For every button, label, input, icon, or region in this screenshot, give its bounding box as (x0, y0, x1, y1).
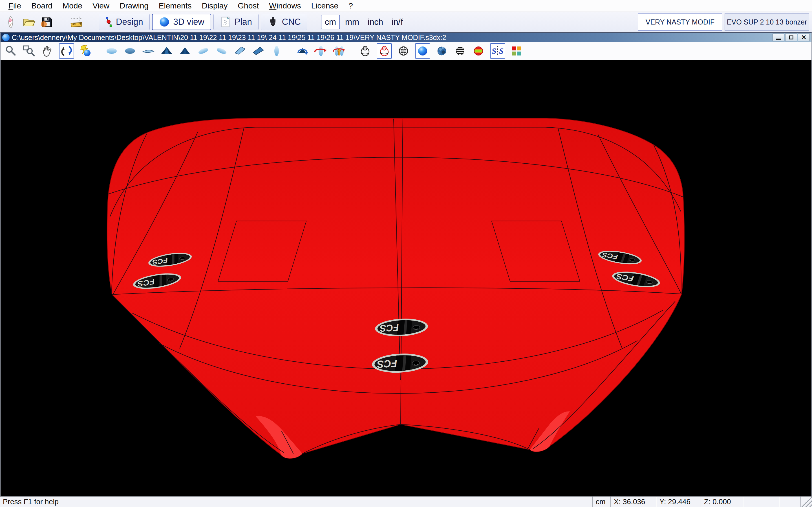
3d-view-mode-button[interactable]: 3D view (152, 14, 211, 30)
resize-grip[interactable] (801, 497, 812, 507)
status-unit: cm (593, 497, 611, 507)
menu-file[interactable]: File (4, 0, 26, 11)
outline-side-icon[interactable] (142, 44, 155, 58)
cnc-bit-icon (267, 16, 278, 27)
menu-board[interactable]: Board (27, 0, 57, 11)
menu-elements[interactable]: Elements (154, 0, 196, 11)
main-toolbar: Design 3D view Plan CNC cm mm inch in/f … (0, 12, 812, 32)
rotate-object-icon[interactable] (296, 44, 309, 58)
rotate-3d-icon[interactable] (59, 43, 74, 59)
board-tab-very-nasty-modif[interactable]: VERY NASTY MODIF (638, 13, 722, 31)
status-z-coordinate: Z: 0.000 (701, 497, 743, 507)
canvas-3d-view[interactable]: FCS (1, 60, 811, 496)
board-tab-evo-sup[interactable]: EVO SUP 2 10 13 bonzer (725, 13, 809, 31)
window-controls: ✕ (772, 34, 810, 41)
status-empty-cell (779, 497, 801, 507)
status-x-coordinate: X: 36.036 (611, 497, 656, 507)
view-nose-2-icon[interactable] (178, 44, 192, 58)
view-perspective-dark-icon[interactable] (252, 44, 265, 58)
3d-view-label: 3D view (173, 17, 204, 27)
menu-drawing[interactable]: Drawing (115, 0, 153, 11)
maximize-button[interactable] (785, 34, 797, 41)
new-board-icon[interactable] (3, 14, 18, 30)
status-empty-cell (743, 497, 779, 507)
sphere-icon (159, 16, 170, 27)
minimize-button[interactable] (772, 34, 784, 41)
close-button[interactable]: ✕ (798, 34, 810, 41)
design-mode-button[interactable]: Design (99, 14, 150, 30)
menu-ghost[interactable]: Ghost (233, 0, 263, 11)
symmetry-icon[interactable]: S S (490, 43, 505, 59)
render-curvature-icon[interactable] (472, 44, 485, 58)
design-label: Design (116, 17, 143, 27)
outline-bottom-icon[interactable] (123, 44, 137, 58)
status-y-coordinate: Y: 29.446 (656, 497, 701, 507)
view-nose-1-icon[interactable] (160, 44, 173, 58)
document-sphere-icon (2, 34, 10, 41)
view-tilt-left-icon[interactable] (197, 44, 210, 58)
status-help-text: Press F1 for help (0, 497, 593, 507)
menu-bar: File Board Mode View Drawing Elements Di… (0, 0, 812, 12)
plan-mode-button[interactable]: Plan (213, 14, 259, 30)
document-window: C:\users\dennery\My Documents\Desktop\VA… (0, 32, 812, 496)
spin-vertical-icon[interactable] (333, 44, 346, 58)
pan-hand-icon[interactable] (41, 44, 54, 58)
render-wireframe-icon[interactable] (358, 44, 372, 58)
view-tilt-right-icon[interactable] (215, 44, 229, 58)
render-texture-icon[interactable] (435, 44, 449, 58)
svg-text:S: S (499, 46, 504, 55)
unit-inf[interactable]: in/f (388, 15, 406, 29)
outline-top-icon[interactable] (105, 44, 118, 58)
view-front-icon[interactable] (270, 44, 283, 58)
save-file-icon[interactable] (39, 14, 55, 30)
board-3d-render: FCS (1, 60, 811, 496)
design-nodes-icon (105, 16, 112, 28)
menu-display[interactable]: Display (197, 0, 232, 11)
zoom-window-icon[interactable] (22, 44, 36, 58)
status-bar: Press F1 for help cm X: 36.036 Y: 29.446… (0, 496, 812, 507)
plan-label: Plan (235, 17, 252, 27)
view-perspective-light-icon[interactable] (233, 44, 247, 58)
render-wireframe-red-icon[interactable] (377, 43, 392, 59)
menu-license[interactable]: License (307, 0, 343, 11)
color-palette-icon[interactable] (510, 44, 523, 58)
dimensions-icon[interactable] (69, 14, 85, 30)
lighting-icon[interactable] (79, 44, 93, 58)
render-solid-icon[interactable] (415, 43, 430, 59)
unit-cm[interactable]: cm (321, 15, 340, 29)
spin-horizontal-icon[interactable] (314, 44, 327, 58)
unit-inch[interactable]: inch (364, 15, 387, 29)
cnc-label: CNC (282, 17, 301, 27)
render-mesh-icon[interactable] (397, 44, 410, 58)
cnc-mode-button[interactable]: CNC (261, 14, 307, 30)
menu-mode[interactable]: Mode (58, 0, 87, 11)
minimize-icon (776, 39, 781, 40)
zoom-icon[interactable] (4, 44, 17, 58)
view-toolbar: S S (1, 42, 811, 60)
plan-document-icon (220, 16, 231, 27)
render-zebra-icon[interactable] (453, 44, 467, 58)
unit-mm[interactable]: mm (342, 15, 363, 29)
maximize-icon (789, 36, 794, 40)
menu-help[interactable]: ? (344, 0, 357, 11)
open-file-icon[interactable] (21, 14, 37, 30)
board-bottom-surface[interactable] (107, 118, 684, 458)
menu-view[interactable]: View (88, 0, 114, 11)
menu-windows[interactable]: Windows (264, 0, 306, 11)
document-title: C:\users\dennery\My Documents\Desktop\VA… (12, 34, 446, 42)
document-title-bar[interactable]: C:\users\dennery\My Documents\Desktop\VA… (1, 33, 811, 42)
svg-text:S: S (492, 46, 497, 55)
unit-selector: cm mm inch in/f (321, 15, 406, 29)
